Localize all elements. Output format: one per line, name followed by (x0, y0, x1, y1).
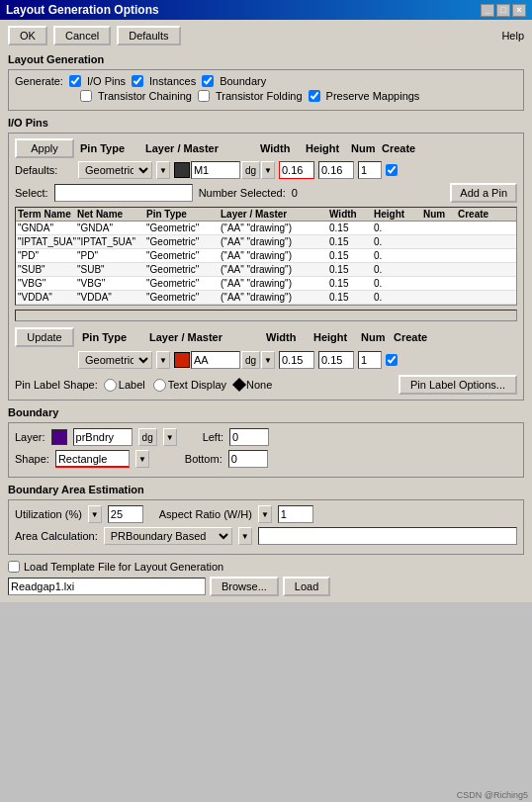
layer-dg-btn[interactable]: dg (241, 161, 260, 179)
utilization-input[interactable]: 25 (108, 505, 143, 523)
cancel-button[interactable]: Cancel (53, 26, 111, 45)
utilization-arrow[interactable]: ▼ (88, 505, 102, 523)
boundary-shape-label: Shape: (15, 453, 49, 465)
close-btn[interactable]: × (512, 4, 526, 17)
radio-text-display-input[interactable] (153, 379, 166, 392)
pin-type-select[interactable]: Geometric (78, 161, 152, 179)
cell-layer: ("AA" "drawing") (221, 250, 329, 261)
preserve-mappings-label: Preserve Mappings (326, 90, 420, 102)
boundary-bottom-input[interactable]: 0 (228, 450, 268, 468)
cell-net: "VBG" (77, 278, 146, 289)
pin-type-arrow[interactable]: ▼ (156, 161, 170, 179)
update-height-input[interactable]: 0.15 (318, 351, 354, 369)
instances-label: Instances (149, 75, 196, 87)
update-pin-type-select[interactable]: Geometric (78, 351, 152, 369)
th-height: Height (374, 209, 423, 220)
update-layer-arrow-btn[interactable]: ▼ (261, 351, 275, 369)
boundary-shape-arrow[interactable]: ▼ (135, 450, 149, 468)
th-width: Width (329, 209, 374, 220)
create-checkbox[interactable] (386, 164, 398, 176)
browse-button[interactable]: Browse... (210, 577, 279, 596)
cell-create (458, 278, 497, 289)
preserve-mappings-checkbox[interactable] (309, 90, 320, 102)
update-button[interactable]: Update (15, 327, 74, 347)
table-body: "GNDA" "GNDA" "Geometric" ("AA" "drawing… (16, 222, 516, 305)
cell-create (458, 223, 497, 233)
update-create-header: Create (394, 331, 428, 343)
generate-label: Generate: (15, 75, 63, 87)
update-create-checkbox[interactable] (386, 354, 398, 366)
boundary-layer-color (51, 429, 67, 445)
layer-input[interactable]: M1 (191, 161, 240, 179)
radio-label-input[interactable] (104, 379, 117, 392)
help-label[interactable]: Help (501, 30, 524, 42)
io-pins-label: I/O Pins (87, 75, 126, 87)
boundary-left-input[interactable]: 0 (229, 428, 269, 446)
load-template-checkbox[interactable] (8, 561, 20, 573)
update-pin-type-arrow[interactable]: ▼ (156, 351, 170, 369)
cell-num (423, 236, 458, 247)
num-selected-label: Number Selected: (199, 187, 286, 199)
boundary-gen-checkbox[interactable] (202, 75, 214, 87)
cell-net: "VDDA" (77, 292, 146, 303)
cell-term: "SUB" (18, 264, 77, 275)
maximize-btn[interactable]: □ (496, 4, 510, 17)
file-input[interactable]: Readgap1.lxi (8, 578, 206, 595)
aspect-ratio-input[interactable]: 1 (278, 505, 313, 523)
layout-generation-label: Layout Generation (8, 53, 524, 65)
radio-label-text: Label (119, 379, 145, 391)
area-calc-arrow[interactable]: ▼ (238, 527, 252, 545)
area-value-input[interactable] (258, 527, 517, 545)
add-pin-button[interactable]: Add a Pin (450, 183, 517, 203)
load-button[interactable]: Load (283, 577, 330, 596)
aspect-ratio-arrow[interactable]: ▼ (258, 505, 272, 523)
minimize-btn[interactable]: _ (481, 4, 494, 17)
width-input[interactable]: 0.16 (279, 161, 314, 179)
table-row[interactable]: "SUB" "SUB" "Geometric" ("AA" "drawing")… (16, 263, 516, 277)
height-header: Height (306, 142, 345, 154)
table-row[interactable]: "GNDA" "GNDA" "Geometric" ("AA" "drawing… (16, 222, 516, 235)
pin-label-shape-label: Pin Label Shape: (15, 379, 98, 391)
update-num-input[interactable]: 1 (358, 351, 382, 369)
height-input[interactable]: 0.16 (318, 161, 354, 179)
area-calc-select[interactable]: PRBoundary Based (104, 527, 232, 545)
boundary-area-section: Utilization (%) ▼ 25 Aspect Ratio (W/H) … (8, 499, 524, 555)
table-row[interactable]: "VBG" "VBG" "Geometric" ("AA" "drawing")… (16, 277, 516, 291)
update-layer-dg-btn[interactable]: dg (241, 351, 260, 369)
pin-label-radio-group: Label Text Display None (104, 379, 273, 392)
ok-button[interactable]: OK (8, 26, 47, 45)
boundary-layer-input[interactable]: prBndry (73, 428, 133, 446)
cell-height: 0. (374, 292, 423, 303)
io-pins-checkbox[interactable] (69, 75, 81, 87)
cell-height: 0. (374, 236, 423, 247)
cell-layer: ("AA" "drawing") (221, 223, 329, 233)
instances-checkbox[interactable] (132, 75, 143, 87)
boundary-bottom-label: Bottom: (185, 453, 222, 465)
layer-arrow-btn[interactable]: ▼ (261, 161, 275, 179)
update-layer-input[interactable] (191, 351, 240, 369)
cell-type: "Geometric" (146, 236, 221, 247)
table-row[interactable]: "PD" "PD" "Geometric" ("AA" "drawing") 0… (16, 249, 516, 263)
layer-master-header: Layer / Master (145, 142, 254, 154)
cell-type: "Geometric" (146, 292, 221, 303)
boundary-layer-dg-btn[interactable]: dg (138, 428, 157, 446)
transistor-folding-checkbox[interactable] (198, 90, 210, 102)
select-input[interactable] (54, 184, 193, 202)
num-input[interactable]: 1 (358, 161, 382, 179)
horizontal-scrollbar[interactable] (15, 310, 517, 321)
cell-net: "IPTAT_5UA" (77, 236, 146, 247)
transistor-chaining-checkbox[interactable] (80, 90, 92, 102)
create-header: Create (382, 142, 416, 154)
table-row[interactable]: "IPTAT_5UA" "IPTAT_5UA" "Geometric" ("AA… (16, 235, 516, 249)
update-width-input[interactable]: 0.15 (279, 351, 314, 369)
boundary-layer-arrow[interactable]: ▼ (163, 428, 177, 446)
cell-layer: ("AA" "drawing") (221, 264, 329, 275)
apply-button[interactable]: Apply (15, 138, 74, 158)
cell-width: 0.15 (329, 236, 374, 247)
pin-label-options-button[interactable]: Pin Label Options... (399, 375, 517, 395)
defaults-button[interactable]: Defaults (117, 26, 180, 45)
table-row[interactable]: "VDDA" "VDDA" "Geometric" ("AA" "drawing… (16, 291, 516, 305)
boundary-section: Layer: prBndry dg ▼ Left: 0 Shape: Recta… (8, 422, 524, 478)
defaults-row: Defaults: Geometric ▼ M1 dg ▼ 0.16 0.16 … (15, 161, 517, 179)
boundary-shape-input[interactable]: Rectangle (55, 450, 130, 468)
